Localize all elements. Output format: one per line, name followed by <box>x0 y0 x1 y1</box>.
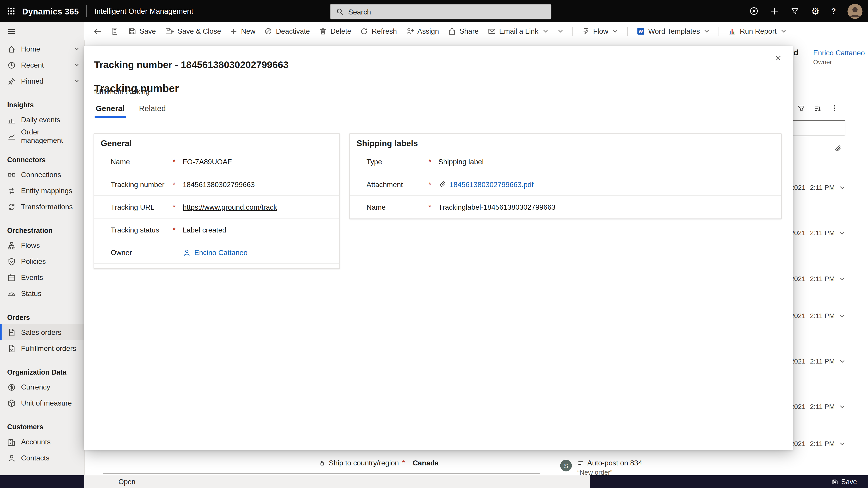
name-value[interactable]: FO-7A89UOAF <box>183 158 232 166</box>
sidebar-item-daily-events[interactable]: Daily events <box>0 112 84 128</box>
owner-link[interactable]: Encino Cattaneo <box>194 248 248 256</box>
report-chart-icon <box>728 27 737 35</box>
commandbar-overflow-button[interactable] <box>557 28 563 34</box>
sidebar-item-transformations[interactable]: Transformations <box>0 199 84 215</box>
tab-general[interactable]: General <box>95 103 126 118</box>
label-name-value[interactable]: Trackinglabel-184561380302799663 <box>438 203 556 211</box>
timeline-row-expand-button[interactable] <box>839 230 845 236</box>
timeline-filter-icon[interactable] <box>797 105 806 113</box>
commandbar-divider <box>719 27 719 36</box>
save-button[interactable]: Save <box>128 27 156 35</box>
refresh-icon <box>360 27 368 35</box>
run-report-button[interactable]: Run Report <box>728 27 786 35</box>
sidebar-item-accounts[interactable]: Accounts <box>0 434 84 450</box>
sidebar-section-connectors: Connectors <box>0 153 84 166</box>
trash-icon <box>319 27 327 35</box>
footer-save-button[interactable]: Save <box>828 475 860 488</box>
close-icon[interactable] <box>771 51 786 66</box>
sidebar-item-entity-mappings[interactable]: Entity mappings <box>0 183 84 199</box>
command-bar: Save Save & Close New Deactivate Delete … <box>84 22 868 40</box>
sidebar-item-events[interactable]: Events <box>0 269 84 286</box>
document-check-icon <box>7 344 16 353</box>
user-avatar[interactable] <box>847 4 862 19</box>
tab-related[interactable]: Related <box>138 103 167 118</box>
tracking-status-value[interactable]: Label created <box>183 225 226 234</box>
save-and-close-button[interactable]: Save & Close <box>165 27 221 35</box>
field-row-tracking-status: Tracking status * Label created <box>94 219 339 241</box>
timeline-row-expand-button[interactable] <box>839 276 845 282</box>
timeline-row-expand-button[interactable] <box>839 185 845 191</box>
sidebar-item-home[interactable]: Home <box>0 41 84 57</box>
bar-chart-icon <box>7 116 16 124</box>
hamburger-menu-icon[interactable] <box>0 22 84 41</box>
insights-compass-icon[interactable] <box>749 6 758 15</box>
sidebar-item-status[interactable]: Status <box>0 286 84 302</box>
flow-tree-icon <box>7 241 16 250</box>
sidebar-item-sales-orders[interactable]: Sales orders <box>0 324 84 340</box>
timeline-row-expand-button[interactable] <box>839 313 845 319</box>
timeline-more-icon[interactable] <box>830 104 839 112</box>
sidebar-section-customers: Customers <box>0 420 84 434</box>
open-button[interactable]: Open <box>119 478 135 486</box>
autopost-entry[interactable]: S Auto-post on 834 “New order” <box>560 459 642 476</box>
filter-icon[interactable] <box>791 6 800 15</box>
plus-icon[interactable] <box>770 6 779 15</box>
refresh-button[interactable]: Refresh <box>360 27 397 35</box>
post-icon <box>577 459 584 466</box>
timeline-row-expand-button[interactable] <box>839 441 845 447</box>
delete-button[interactable]: Delete <box>319 27 351 35</box>
sidebar-item-recent[interactable]: Recent <box>0 57 84 73</box>
deactivate-button[interactable]: Deactivate <box>264 27 310 35</box>
paperclip-icon <box>438 180 446 188</box>
topbar-divider <box>87 5 87 17</box>
topbar-right-icons: ⚙ ? <box>749 0 862 22</box>
chevron-down-icon <box>704 28 710 34</box>
home-icon <box>7 44 16 53</box>
tracking-number-value[interactable]: 184561380302799663 <box>183 180 255 188</box>
email-link-button[interactable]: Email a Link <box>488 27 548 35</box>
timeline-row-expand-button[interactable] <box>839 358 845 364</box>
attachment-link[interactable]: 184561380302799663.pdf <box>450 180 534 188</box>
sidebar-item-fulfillment-orders[interactable]: Fulfillment orders <box>0 340 84 356</box>
sidebar-section-insights: Insights <box>0 98 84 112</box>
sidebar-item-unit-of-measure[interactable]: Unit of measure <box>0 395 84 411</box>
word-templates-button[interactable]: W Word Templates <box>637 27 710 35</box>
document-icon <box>7 328 16 337</box>
new-button[interactable]: New <box>230 27 255 35</box>
sidebar-item-flows[interactable]: Flows <box>0 237 84 254</box>
general-section-card: General Name * FO-7A89UOAF Tracking numb… <box>94 133 340 269</box>
back-button[interactable] <box>93 27 102 36</box>
flow-button[interactable]: Flow <box>582 27 618 35</box>
chevron-down-icon <box>542 28 548 34</box>
sidebar-item-contacts[interactable]: Contacts <box>0 450 84 466</box>
ship-to-country-value[interactable]: Canada <box>413 459 439 467</box>
tracking-url-link[interactable]: https://www.ground.com/track <box>183 203 277 211</box>
global-search-input[interactable]: Search <box>330 4 552 20</box>
type-value[interactable]: Shipping label <box>438 158 484 166</box>
brand-title[interactable]: Dynamics 365 <box>22 6 79 16</box>
timeline-sort-icon[interactable] <box>813 105 822 113</box>
svg-text:W: W <box>639 29 643 34</box>
form-page-icon-button[interactable] <box>111 27 119 35</box>
assign-button[interactable]: Assign <box>406 27 439 35</box>
building-icon <box>7 437 16 446</box>
field-row-tracking-number: Tracking number * 184561380302799663 <box>94 173 339 196</box>
waffle-menu-icon[interactable] <box>0 0 22 22</box>
sidebar-item-pinned[interactable]: Pinned <box>0 73 84 89</box>
mapping-arrows-icon <box>7 186 16 195</box>
calendar-icon <box>7 273 16 282</box>
sidebar-item-order-management[interactable]: Order management <box>0 128 84 144</box>
tracking-number-dialog: Tracking number - 18456138030202799663 T… <box>84 46 793 450</box>
sidebar-section-orchestration: Orchestration <box>0 224 84 237</box>
help-icon[interactable]: ? <box>831 6 836 15</box>
timeline-row-expand-button[interactable] <box>839 404 845 410</box>
ship-to-country-field: Ship to country/region* Canada <box>319 459 439 467</box>
sidebar-item-policies[interactable]: Policies <box>0 254 84 269</box>
sidebar-item-connections[interactable]: Connections <box>0 166 84 183</box>
gear-icon[interactable]: ⚙ <box>811 6 819 16</box>
share-button[interactable]: Share <box>448 27 478 35</box>
app-name[interactable]: Intelligent Order Management <box>94 7 193 15</box>
record-owner-link[interactable]: Enrico Cattaneo <box>813 49 865 57</box>
transform-cycle-icon <box>7 202 16 211</box>
sidebar-item-currency[interactable]: Currency <box>0 379 84 395</box>
